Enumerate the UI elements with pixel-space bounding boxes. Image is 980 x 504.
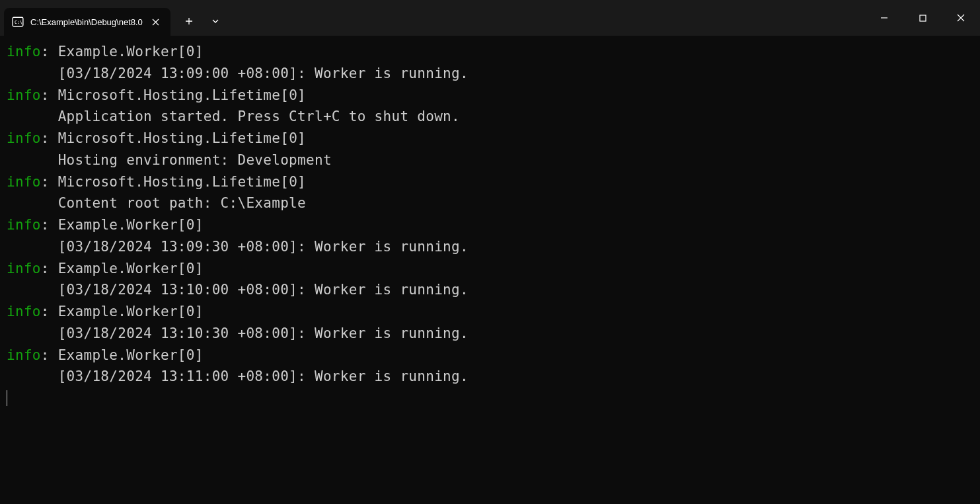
new-tab-button[interactable] <box>176 9 202 34</box>
log-entry: info: Example.Worker[0] <box>7 301 975 323</box>
log-source: : Example.Worker[0] <box>41 347 204 363</box>
terminal-cursor <box>7 390 7 406</box>
log-source: : Microsoft.Hosting.Lifetime[0] <box>41 87 306 103</box>
log-source: : Microsoft.Hosting.Lifetime[0] <box>41 174 306 190</box>
log-entry: info: Microsoft.Hosting.Lifetime[0] <box>7 128 975 149</box>
log-source: : Example.Worker[0] <box>41 261 204 276</box>
log-level: info <box>7 130 41 146</box>
log-entry: info: Example.Worker[0] <box>7 214 975 236</box>
log-level: info <box>7 44 41 60</box>
svg-text:C:\: C:\ <box>15 20 22 25</box>
log-level: info <box>7 261 41 276</box>
tab-close-button[interactable] <box>149 15 163 28</box>
tab-dropdown-button[interactable] <box>202 9 229 34</box>
terminal-output[interactable]: info: Example.Worker[0] [03/18/2024 13:0… <box>0 36 980 504</box>
log-entry: info: Example.Worker[0] <box>7 258 975 280</box>
log-message: Hosting environment: Development <box>7 149 975 171</box>
tab-actions <box>170 0 229 36</box>
log-source: : Example.Worker[0] <box>41 304 204 319</box>
log-message: [03/18/2024 13:11:00 +08:00]: Worker is … <box>7 366 975 388</box>
tab-area: C:\ C:\Example\bin\Debug\net8.0 <box>0 0 170 36</box>
log-source: : Microsoft.Hosting.Lifetime[0] <box>41 130 306 146</box>
log-message: Application started. Press Ctrl+C to shu… <box>7 106 975 128</box>
log-message: Content root path: C:\Example <box>7 192 975 214</box>
log-source: : Example.Worker[0] <box>41 217 204 233</box>
log-message: [03/18/2024 13:09:30 +08:00]: Worker is … <box>7 236 975 258</box>
log-level: info <box>7 217 41 233</box>
tab-active[interactable]: C:\ C:\Example\bin\Debug\net8.0 <box>4 8 170 36</box>
log-level: info <box>7 87 41 103</box>
minimize-button[interactable] <box>865 0 903 36</box>
terminal-icon: C:\ <box>12 16 24 28</box>
title-bar-drag-area[interactable] <box>229 0 865 36</box>
log-level: info <box>7 174 41 190</box>
log-message: [03/18/2024 13:09:00 +08:00]: Worker is … <box>7 63 975 85</box>
log-message: [03/18/2024 13:10:30 +08:00]: Worker is … <box>7 323 975 345</box>
log-entry: info: Microsoft.Hosting.Lifetime[0] <box>7 85 975 106</box>
log-message: [03/18/2024 13:10:00 +08:00]: Worker is … <box>7 279 975 301</box>
log-entry: info: Example.Worker[0] <box>7 345 975 366</box>
log-level: info <box>7 347 41 363</box>
close-button[interactable] <box>942 0 980 36</box>
log-source: : Example.Worker[0] <box>41 44 204 60</box>
maximize-button[interactable] <box>903 0 942 36</box>
title-bar: C:\ C:\Example\bin\Debug\net8.0 <box>0 0 980 36</box>
log-entry: info: Example.Worker[0] <box>7 41 975 63</box>
tab-title: C:\Example\bin\Debug\net8.0 <box>30 17 143 27</box>
log-entry: info: Microsoft.Hosting.Lifetime[0] <box>7 171 975 193</box>
window-controls <box>865 0 980 36</box>
log-level: info <box>7 304 41 319</box>
svg-rect-2 <box>920 15 926 21</box>
